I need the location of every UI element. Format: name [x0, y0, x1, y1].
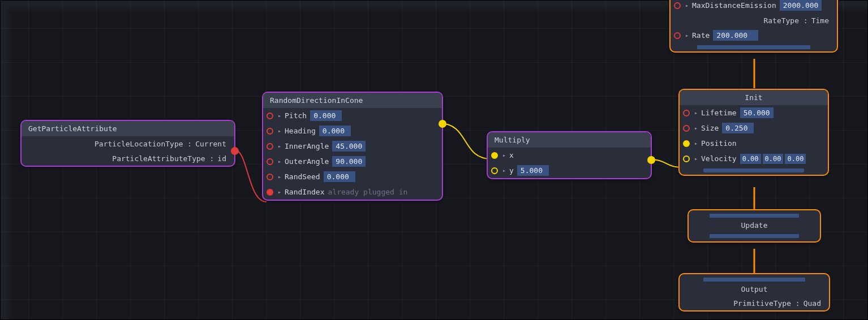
drop-zone-handle[interactable] [703, 168, 804, 172]
input-velocity[interactable]: ▸ Velocity 0.00 0.00 0.00 [680, 151, 828, 166]
drop-zone-handle[interactable] [710, 234, 799, 238]
input-heading[interactable]: ▸ Heading 0.000 [263, 123, 442, 139]
input-position[interactable]: ▸ Position [680, 136, 828, 151]
output-port[interactable] [647, 156, 655, 164]
node-output[interactable]: Output PrimitiveType Quad [678, 273, 830, 312]
input-rate[interactable]: ▸ Rate 200.000 [671, 28, 837, 43]
prop-particle-attribute-type: ParticleAttributeType id [22, 151, 234, 166]
port-in-connected[interactable] [267, 189, 273, 196]
node-title: Init [680, 90, 828, 105]
port-in[interactable] [683, 125, 690, 132]
drop-zone-handle[interactable] [697, 45, 810, 49]
input-inner-angle[interactable]: ▸ InnerAngle 45.000 [263, 139, 442, 154]
node-update[interactable]: Update [687, 209, 821, 243]
input-rand-index[interactable]: ▸ RandIndex already plugged in [263, 184, 442, 200]
drop-zone-handle[interactable] [703, 278, 805, 282]
port-in[interactable] [491, 167, 498, 174]
port-in[interactable] [267, 158, 273, 165]
port-in-connected[interactable] [491, 152, 498, 159]
port-in[interactable] [674, 2, 681, 9]
node-get-particle-attribute[interactable]: GetParticleAttribute ParticleLocationTyp… [20, 120, 235, 167]
input-size[interactable]: ▸ Size 0.250 [680, 120, 828, 136]
input-pitch[interactable]: ▸ Pitch 0.000 [263, 108, 442, 123]
port-in[interactable] [674, 32, 681, 39]
node-emitter[interactable]: ▸ MaxDistanceEmission 2000.000 RateType … [669, 0, 838, 53]
port-in[interactable] [267, 128, 273, 135]
node-title: Update [689, 220, 820, 232]
port-in[interactable] [267, 174, 273, 180]
port-in[interactable] [683, 110, 690, 116]
output-port[interactable] [231, 147, 239, 155]
node-graph-canvas[interactable]: GetParticleAttribute ParticleLocationTyp… [0, 0, 868, 320]
input-max-distance-emission[interactable]: ▸ MaxDistanceEmission 2000.000 [671, 0, 837, 13]
node-title: Output [680, 284, 829, 296]
port-in[interactable] [267, 113, 273, 119]
port-in[interactable] [267, 143, 273, 150]
input-x[interactable]: ▸ x [488, 148, 651, 163]
prop-rate-type: RateType Time [671, 13, 837, 28]
velocity-vec3[interactable]: 0.00 0.00 0.00 [740, 154, 806, 164]
port-in-connected[interactable] [683, 140, 690, 147]
node-title: RandomDirectionInCone [263, 93, 442, 108]
node-init[interactable]: Init ▸ Lifetime 50.000 ▸ Size 0.250 ▸ Po… [678, 89, 829, 176]
prop-particle-location-type: ParticleLocationType Current [22, 136, 234, 151]
node-title: Multiply [488, 132, 651, 148]
port-in[interactable] [683, 155, 690, 162]
input-y[interactable]: ▸ y 5.000 [488, 163, 651, 178]
drop-zone-handle[interactable] [710, 214, 799, 218]
input-outer-angle[interactable]: ▸ OuterAngle 90.000 [263, 154, 442, 169]
prop-primitive-type: PrimitiveType Quad [680, 296, 829, 310]
node-title: GetParticleAttribute [22, 121, 234, 136]
node-multiply[interactable]: Multiply ▸ x ▸ y 5.000 [487, 131, 652, 179]
input-rand-seed[interactable]: ▸ RandSeed 0.000 [263, 169, 442, 184]
output-port[interactable] [439, 120, 446, 128]
node-random-direction-in-cone[interactable]: RandomDirectionInCone ▸ Pitch 0.000 ▸ He… [262, 92, 443, 201]
input-lifetime[interactable]: ▸ Lifetime 50.000 [680, 105, 828, 120]
